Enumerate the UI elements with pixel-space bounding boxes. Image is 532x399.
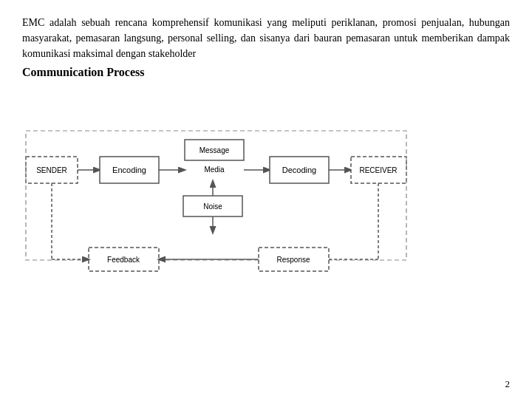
receiver-label: RECEIVER	[359, 166, 397, 174]
response-label: Response	[276, 256, 310, 264]
sender-label: SENDER	[36, 166, 67, 174]
encoding-label: Encoding	[112, 166, 146, 174]
intro-paragraph: EMC adalah sebuah rencana komprehensif k…	[22, 15, 510, 61]
section-title: Communication Process	[22, 66, 510, 79]
message-label: Message	[200, 146, 230, 154]
diagram-svg: SENDER Encoding Message Media Decoding R…	[22, 86, 510, 301]
noise-label: Noise	[203, 202, 222, 211]
page-number: 2	[505, 378, 511, 390]
communication-diagram: SENDER Encoding Message Media Decoding R…	[22, 86, 510, 304]
feedback-label: Feedback	[107, 256, 140, 264]
decoding-label: Decoding	[282, 166, 316, 174]
page: EMC adalah sebuah rencana komprehensif k…	[0, 0, 532, 399]
media-label: Media	[204, 166, 225, 174]
